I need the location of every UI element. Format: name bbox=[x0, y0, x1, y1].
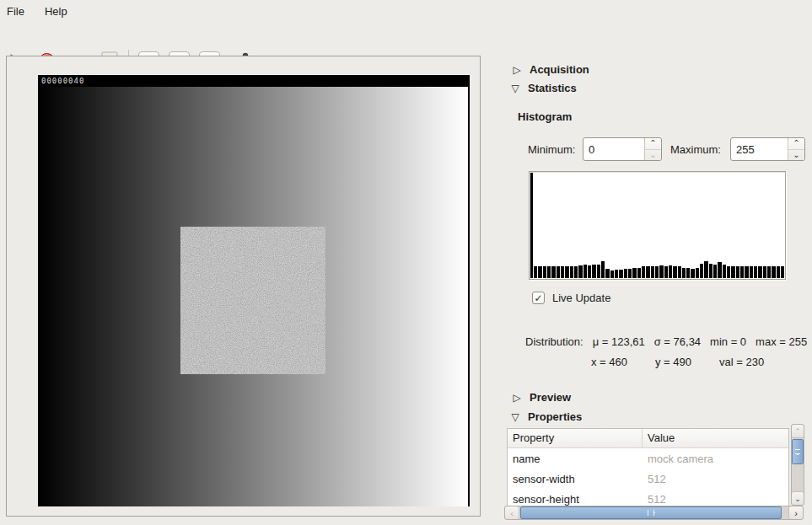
scroll-down-icon[interactable]: ⌄ bbox=[792, 491, 804, 505]
property-value: mock camera bbox=[643, 453, 718, 465]
spin-down-icon: ⌄ bbox=[645, 150, 661, 161]
spin-up-icon[interactable]: ⌃ bbox=[788, 138, 804, 150]
properties-table[interactable]: Property Value name mock camera sensor-w… bbox=[507, 428, 789, 506]
preview-expander[interactable]: ▷ Preview bbox=[511, 391, 571, 404]
distribution-stats: Distribution: μ = 123,61 σ = 76,34 min =… bbox=[525, 335, 807, 348]
check-icon: ✓ bbox=[534, 293, 542, 303]
stat-min: min = 0 bbox=[710, 335, 746, 348]
chevron-down-icon: ▽ bbox=[509, 83, 521, 94]
menu-file[interactable]: File bbox=[7, 2, 33, 21]
horizontal-scrollbar[interactable]: ‹ › bbox=[504, 506, 804, 520]
noise-region bbox=[180, 227, 325, 374]
histogram-bars bbox=[530, 173, 784, 278]
maximum-input[interactable] bbox=[731, 138, 788, 160]
minimum-spinbox: ⌃ ⌄ bbox=[583, 137, 662, 161]
horizontal-scrollbar-thumb[interactable] bbox=[520, 506, 782, 519]
table-header[interactable]: Property Value bbox=[508, 429, 788, 448]
property-name: sensor-width bbox=[508, 473, 643, 485]
gradient-region bbox=[38, 87, 470, 506]
minimum-spin-buttons: ⌃ ⌄ bbox=[644, 138, 661, 160]
maximum-label: Maximum: bbox=[670, 143, 721, 156]
thumb-grip bbox=[648, 510, 654, 516]
table-row[interactable]: name mock camera bbox=[508, 448, 788, 469]
menu-help[interactable]: Help bbox=[36, 2, 76, 21]
spin-down-icon[interactable]: ⌄ bbox=[788, 150, 804, 161]
distribution-label: Distribution: bbox=[525, 335, 583, 348]
chevron-right-icon: ▷ bbox=[511, 392, 523, 404]
stat-max: max = 255 bbox=[756, 335, 807, 348]
scroll-right-icon[interactable]: › bbox=[788, 506, 803, 519]
scroll-left-icon: ‹ bbox=[505, 506, 519, 519]
chevron-down-icon: ▽ bbox=[509, 411, 521, 423]
cursor-x: x = 460 bbox=[591, 356, 627, 368]
live-update-row[interactable]: ✓ Live Update bbox=[532, 292, 610, 304]
minimum-input[interactable] bbox=[583, 138, 644, 160]
property-value: 512 bbox=[643, 493, 671, 506]
table-row[interactable]: sensor-height 512 bbox=[508, 489, 788, 506]
properties-label: Properties bbox=[528, 410, 582, 423]
histogram-title: Histogram bbox=[518, 110, 572, 123]
maximum-spin-buttons: ⌃ ⌄ bbox=[788, 138, 804, 160]
live-update-checkbox[interactable]: ✓ bbox=[532, 292, 545, 304]
menu-bar: File Help bbox=[0, 0, 812, 23]
cursor-value: val = 230 bbox=[719, 356, 764, 368]
thumb-grip bbox=[795, 449, 800, 454]
camera-frame-image[interactable]: 00000040 bbox=[38, 75, 470, 506]
live-update-label: Live Update bbox=[552, 292, 610, 304]
histogram-plot[interactable] bbox=[529, 171, 786, 280]
maximum-spinbox: ⌃ ⌄ bbox=[730, 137, 805, 161]
property-value: 512 bbox=[643, 473, 671, 485]
property-name: sensor-height bbox=[508, 493, 643, 506]
frame-counter: 00000040 bbox=[38, 75, 470, 87]
application-window: File Help + − 1 bbox=[0, 0, 812, 525]
acquisition-label: Acquisition bbox=[530, 63, 589, 76]
properties-expander[interactable]: ▽ Properties bbox=[509, 410, 582, 423]
toolbar: + − 1 bbox=[0, 23, 812, 55]
column-value[interactable]: Value bbox=[643, 429, 680, 447]
chevron-right-icon: ▷ bbox=[511, 64, 523, 76]
column-property[interactable]: Property bbox=[508, 429, 643, 447]
statistics-label: Statistics bbox=[528, 82, 577, 94]
spin-up-icon[interactable]: ⌃ bbox=[645, 138, 661, 150]
property-name: name bbox=[508, 453, 643, 465]
cursor-y: y = 490 bbox=[655, 356, 691, 368]
statistics-expander[interactable]: ▽ Statistics bbox=[509, 82, 577, 94]
vertical-scrollbar-thumb[interactable] bbox=[792, 439, 804, 464]
stat-mean: μ = 123,61 bbox=[593, 335, 645, 348]
acquisition-expander[interactable]: ▷ Acquisition bbox=[511, 63, 589, 76]
minimum-label: Minimum: bbox=[528, 143, 575, 156]
scroll-up-icon: ⌃ bbox=[792, 425, 804, 438]
preview-label: Preview bbox=[530, 391, 571, 404]
stat-sigma: σ = 76,34 bbox=[654, 335, 701, 348]
vertical-scrollbar[interactable]: ⌃ ⌄ bbox=[791, 424, 804, 506]
table-row[interactable]: sensor-width 512 bbox=[508, 469, 788, 489]
